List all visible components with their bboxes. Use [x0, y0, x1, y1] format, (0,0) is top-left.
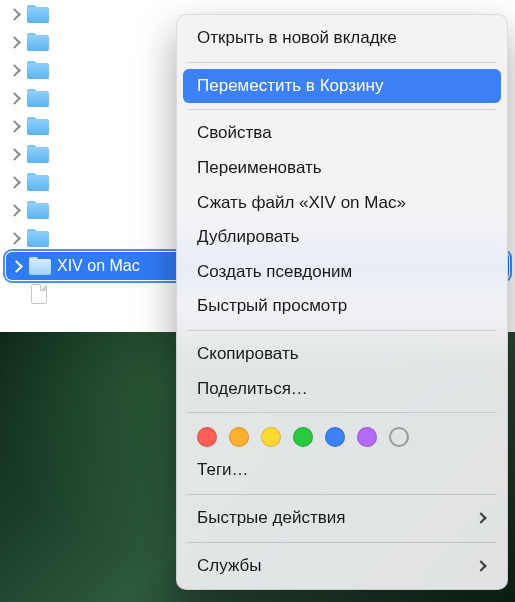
chevron-right-icon: [10, 260, 23, 273]
menu-label: Свойства: [197, 121, 272, 146]
menu-label: Создать псевдоним: [197, 260, 352, 285]
menu-label: Сжать файл «XIV on Mac»: [197, 191, 406, 216]
chevron-right-icon: [8, 232, 21, 245]
menu-compress[interactable]: Сжать файл «XIV on Mac»: [183, 186, 501, 221]
menu-tag-colors: [183, 419, 501, 453]
tag-orange[interactable]: [229, 427, 249, 447]
menu-copy[interactable]: Скопировать: [183, 337, 501, 372]
menu-label: Службы: [197, 554, 261, 579]
folder-icon: [27, 173, 49, 191]
menu-label: Поделиться…: [197, 377, 308, 402]
menu-separator: [187, 330, 497, 331]
menu-services[interactable]: Службы: [183, 549, 501, 584]
chevron-right-icon: [8, 204, 21, 217]
menu-tags[interactable]: Теги…: [183, 453, 501, 488]
chevron-right-icon: [475, 560, 486, 571]
chevron-right-icon: [8, 120, 21, 133]
menu-share[interactable]: Поделиться…: [183, 372, 501, 407]
document-icon: [31, 284, 47, 304]
tag-red[interactable]: [197, 427, 217, 447]
menu-label: Открыть в новой вкладке: [197, 26, 397, 51]
chevron-right-icon: [8, 148, 21, 161]
folder-icon: [27, 5, 49, 23]
folder-icon: [27, 61, 49, 79]
menu-duplicate[interactable]: Дублировать: [183, 220, 501, 255]
menu-make-alias[interactable]: Создать псевдоним: [183, 255, 501, 290]
tag-blue[interactable]: [325, 427, 345, 447]
folder-icon: [27, 117, 49, 135]
menu-label: Переместить в Корзину: [197, 74, 383, 99]
menu-label: Быстрый просмотр: [197, 294, 347, 319]
tag-none[interactable]: [389, 427, 409, 447]
menu-label: Дублировать: [197, 225, 299, 250]
menu-get-info[interactable]: Свойства: [183, 116, 501, 151]
folder-label: XIV on Mac: [57, 257, 140, 275]
menu-separator: [187, 494, 497, 495]
folder-icon: [27, 229, 49, 247]
menu-separator: [187, 62, 497, 63]
menu-move-to-trash[interactable]: Переместить в Корзину: [183, 69, 501, 104]
chevron-right-icon: [475, 513, 486, 524]
folder-icon: [27, 89, 49, 107]
menu-label: Скопировать: [197, 342, 299, 367]
menu-open-new-tab[interactable]: Открыть в новой вкладке: [183, 21, 501, 56]
menu-rename[interactable]: Переименовать: [183, 151, 501, 186]
chevron-right-icon: [8, 92, 21, 105]
menu-quick-actions[interactable]: Быстрые действия: [183, 501, 501, 536]
tag-yellow[interactable]: [261, 427, 281, 447]
tag-green[interactable]: [293, 427, 313, 447]
folder-icon: [29, 257, 51, 275]
menu-label: Теги…: [197, 458, 249, 483]
chevron-right-icon: [8, 8, 21, 21]
tag-purple[interactable]: [357, 427, 377, 447]
menu-label: Переименовать: [197, 156, 322, 181]
menu-quick-look[interactable]: Быстрый просмотр: [183, 289, 501, 324]
menu-separator: [187, 542, 497, 543]
folder-icon: [27, 201, 49, 219]
menu-label: Быстрые действия: [197, 506, 345, 531]
context-menu: Открыть в новой вкладке Переместить в Ко…: [176, 14, 508, 590]
chevron-right-icon: [8, 64, 21, 77]
folder-icon: [27, 33, 49, 51]
folder-icon: [27, 145, 49, 163]
menu-separator: [187, 109, 497, 110]
chevron-right-icon: [8, 36, 21, 49]
menu-separator: [187, 412, 497, 413]
chevron-right-icon: [8, 176, 21, 189]
